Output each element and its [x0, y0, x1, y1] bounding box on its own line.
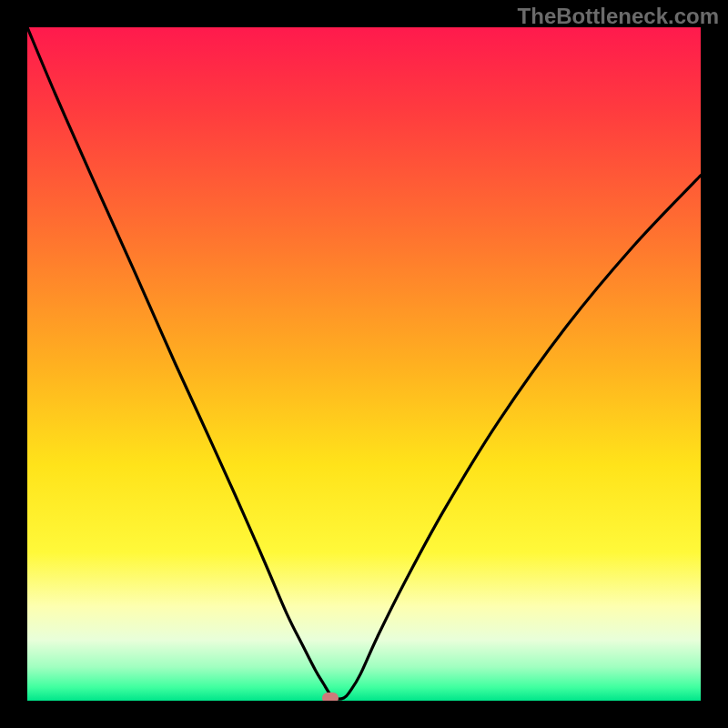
chart-container: TheBottleneck.com	[0, 0, 728, 728]
optimum-marker	[322, 693, 339, 701]
plot-area	[27, 27, 701, 701]
curve-layer	[27, 27, 701, 701]
bottleneck-curve	[27, 27, 701, 699]
watermark-text: TheBottleneck.com	[518, 4, 719, 29]
